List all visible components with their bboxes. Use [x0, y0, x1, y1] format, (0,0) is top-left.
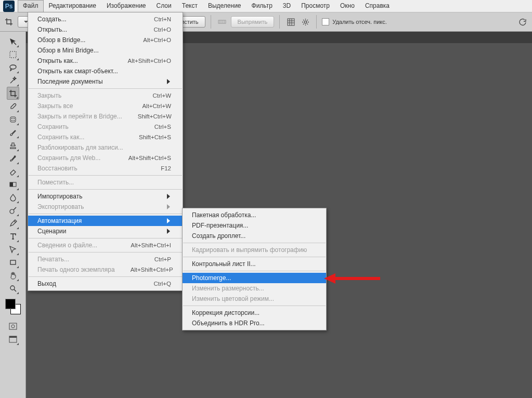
svg-line-27 — [14, 207, 16, 210]
automation-item-12[interactable]: Коррекция дисторсии... — [183, 308, 326, 318]
menu-файл[interactable]: Файл — [18, 0, 44, 12]
svg-line-14 — [303, 20, 304, 21]
menu-item-label: Кадрировать и выпрямить фотографию — [192, 246, 307, 254]
menu-3d[interactable]: 3D — [278, 0, 296, 12]
menu-item-label: Экспортировать — [37, 203, 84, 210]
tool-heal[interactable] — [7, 113, 19, 126]
tool-wand[interactable] — [7, 74, 19, 87]
file-menu-item-9: Закрыть всеAlt+Ctrl+W — [28, 101, 183, 111]
file-menu-separator — [29, 189, 182, 190]
menu-изображение[interactable]: Изображение — [101, 0, 151, 12]
file-menu-item-22[interactable]: Автоматизация — [28, 216, 183, 226]
tool-hand[interactable] — [7, 269, 19, 282]
menu-item-shortcut: Shift+Ctrl+S — [123, 134, 171, 140]
svg-marker-36 — [167, 194, 170, 199]
tool-path[interactable] — [7, 243, 19, 256]
automation-item-6[interactable]: Контрольный лист II... — [183, 259, 326, 269]
menu-item-shortcut: Ctrl+Q — [138, 281, 171, 287]
gear-icon[interactable] — [300, 16, 311, 28]
color-swatches[interactable] — [4, 298, 22, 315]
file-menu-item-2[interactable]: Обзор в Bridge...Alt+Ctrl+O — [28, 35, 183, 45]
menu-item-label: Сохранить как... — [37, 134, 84, 141]
file-menu-item-4[interactable]: Открыть как...Alt+Shift+Ctrl+O — [28, 56, 183, 66]
tool-dodge[interactable] — [7, 204, 19, 217]
file-menu-item-13: Разблокировать для записи... — [28, 142, 183, 153]
automation-item-8[interactable]: Photomerge... — [183, 273, 326, 283]
automation-separator — [183, 271, 326, 271]
menu-item-label: Выход — [37, 280, 56, 287]
tool-gradient[interactable] — [7, 178, 19, 191]
svg-marker-39 — [167, 229, 170, 234]
automation-item-10: Изменить цветовой режим... — [183, 294, 326, 304]
tool-brush[interactable] — [7, 126, 19, 139]
automation-item-2[interactable]: Создать дроплет... — [183, 231, 326, 241]
tool-blur[interactable] — [7, 191, 19, 204]
automation-separator — [183, 257, 326, 257]
tool-history[interactable] — [7, 152, 19, 165]
menu-текст[interactable]: Текст — [177, 0, 203, 12]
automation-item-1[interactable]: PDF-презентация... — [183, 220, 326, 231]
grid-icon[interactable] — [285, 16, 296, 28]
file-menu-item-0[interactable]: Создать...Ctrl+N — [28, 14, 183, 24]
menu-item-label: Сценарии — [37, 228, 66, 235]
file-menu-item-20: Экспортировать — [28, 202, 183, 212]
tool-marquee[interactable] — [7, 48, 19, 61]
straighten-button[interactable]: Выпрямить — [231, 16, 275, 28]
file-menu-item-1[interactable]: Открыть...Ctrl+O — [28, 24, 183, 35]
menu-item-label: PDF-презентация... — [192, 222, 248, 229]
menu-выделение[interactable]: Выделение — [203, 0, 246, 12]
tool-pen[interactable] — [7, 217, 19, 230]
file-menu-item-6[interactable]: Последние документы — [28, 76, 183, 87]
tool-stamp[interactable] — [7, 139, 19, 152]
menu-item-label: Восстановить — [37, 165, 77, 172]
submenu-arrow-icon — [167, 229, 171, 234]
file-menu-item-5[interactable]: Открыть как смарт-объект... — [28, 66, 183, 76]
menu-item-label: Обзор в Mini Bridge... — [37, 47, 99, 54]
tool-zoom[interactable] — [7, 282, 19, 295]
file-menu-item-19[interactable]: Импортировать — [28, 191, 183, 202]
tool-rect[interactable] — [7, 256, 19, 269]
file-menu-item-3[interactable]: Обзор в Mini Bridge... — [28, 45, 183, 56]
svg-line-17 — [307, 20, 308, 21]
app-logo: Ps — [3, 1, 15, 12]
file-menu-item-15: ВосстановитьF12 — [28, 163, 183, 174]
delete-cropped-checkbox[interactable] — [322, 18, 329, 25]
tool-move[interactable] — [7, 35, 19, 48]
automation-item-0[interactable]: Пакетная обработка... — [183, 210, 326, 220]
file-menu-separator — [29, 276, 182, 277]
svg-marker-37 — [167, 204, 170, 209]
menu-item-shortcut: Ctrl+O — [138, 26, 171, 33]
svg-point-21 — [14, 118, 15, 119]
file-menu-separator — [29, 175, 182, 176]
file-menu-item-8: ЗакрытьCtrl+W — [28, 90, 183, 101]
menu-item-label: Автоматизация — [37, 217, 82, 224]
tool-type[interactable] — [7, 230, 19, 243]
screenmode-toggle[interactable] — [7, 333, 19, 346]
tool-eraser[interactable] — [7, 165, 19, 178]
menu-item-shortcut: Alt+Ctrl+W — [126, 103, 171, 109]
file-menu-item-11: СохранитьCtrl+S — [28, 122, 183, 132]
menu-редактирование[interactable]: Редактирование — [44, 0, 101, 12]
menu-слои[interactable]: Слои — [151, 0, 177, 12]
tool-eyedropper[interactable] — [7, 100, 19, 113]
menu-просмотр[interactable]: Просмотр — [296, 0, 335, 12]
svg-marker-35 — [167, 79, 170, 84]
quickmask-toggle[interactable] — [7, 320, 19, 333]
menu-справка[interactable]: Справка — [360, 0, 395, 12]
file-menu-item-23[interactable]: Сценарии — [28, 226, 183, 236]
tool-crop[interactable] — [7, 87, 19, 100]
automation-item-13[interactable]: Объединить в HDR Pro... — [183, 318, 326, 328]
menu-фильтр[interactable]: Фильтр — [246, 0, 278, 12]
reset-icon[interactable] — [516, 16, 528, 28]
tool-lasso[interactable] — [7, 61, 19, 74]
menu-item-label: Пакетная обработка... — [192, 211, 256, 219]
menu-item-label: Контрольный лист II... — [192, 260, 256, 268]
menu-item-label: Photomerge... — [192, 274, 231, 282]
foreground-color[interactable] — [5, 299, 16, 309]
menu-item-label: Открыть как смарт-объект... — [37, 68, 118, 75]
file-menu-item-30[interactable]: ВыходCtrl+Q — [28, 278, 183, 289]
submenu-arrow-icon — [167, 194, 171, 199]
svg-rect-28 — [10, 260, 16, 264]
menu-окно[interactable]: Окно — [335, 0, 360, 12]
submenu-arrow-icon — [167, 79, 171, 84]
